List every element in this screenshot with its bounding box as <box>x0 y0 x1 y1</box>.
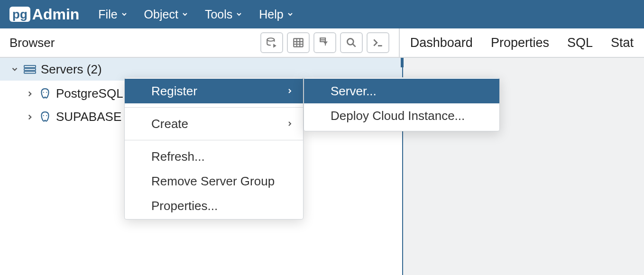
chevron-down-icon <box>181 10 189 18</box>
menu-help[interactable]: Help <box>259 8 294 21</box>
context-menu-register[interactable]: Register <box>125 79 303 103</box>
svg-rect-4 <box>24 65 36 67</box>
context-menu-register-label: Register <box>151 84 197 99</box>
context-menu-create[interactable]: Create <box>125 111 303 136</box>
chevron-right-icon <box>286 120 294 128</box>
postgresql-icon <box>39 88 51 100</box>
tab-dashboard[interactable]: Dashboard <box>410 36 473 50</box>
context-menu-refresh[interactable]: Refresh... <box>125 144 303 169</box>
server-group-icon <box>24 64 36 74</box>
context-menu: Register Create Refresh... Remove Server… <box>124 77 304 220</box>
terminal-icon <box>372 37 384 49</box>
context-menu-remove-label: Remove Server Group <box>151 174 275 189</box>
svg-point-10 <box>46 115 47 116</box>
context-submenu-register: Server... Deploy Cloud Instance... <box>304 77 500 131</box>
tree-node-postgresql-label: PostgreSQL <box>56 86 123 101</box>
context-submenu-server-label: Server... <box>331 84 377 99</box>
menu-file[interactable]: File <box>98 8 128 21</box>
context-menu-properties[interactable]: Properties... <box>125 193 303 218</box>
search-objects-button[interactable] <box>340 32 363 53</box>
panel-divider-handle[interactable] <box>401 58 404 67</box>
chevron-down-icon <box>120 10 128 18</box>
view-data-button[interactable] <box>287 32 310 53</box>
logo-admin: Admin <box>32 6 80 23</box>
chevron-down-icon <box>235 10 243 18</box>
menu-tools-label: Tools <box>205 8 232 21</box>
context-menu-refresh-label: Refresh... <box>151 149 205 164</box>
grid-icon <box>292 37 304 49</box>
svg-point-0 <box>267 38 274 41</box>
postgresql-icon <box>39 111 51 123</box>
tab-statistics[interactable]: Stat <box>611 36 634 50</box>
svg-rect-5 <box>24 68 36 70</box>
filter-icon <box>319 37 331 49</box>
chevron-right-icon <box>286 87 294 95</box>
search-icon <box>345 37 358 49</box>
svg-rect-6 <box>24 71 36 73</box>
context-menu-create-label: Create <box>151 117 188 131</box>
context-menu-separator <box>125 107 303 108</box>
logo-pg: pg <box>9 7 30 22</box>
context-submenu-deploy-label: Deploy Cloud Instance... <box>331 109 465 123</box>
svg-rect-1 <box>294 38 303 46</box>
main-tabs: Dashboard Properties SQL Stat <box>400 36 644 50</box>
database-play-icon <box>266 37 278 49</box>
context-menu-remove-server-group[interactable]: Remove Server Group <box>125 169 303 193</box>
menu-object[interactable]: Object <box>144 8 189 21</box>
browser-toolbar <box>260 32 389 53</box>
sub-header: Browser Dashboard Properties SQL Stat <box>0 28 644 58</box>
top-menu-bar: pg Admin File Object Tools Help <box>0 0 644 28</box>
browser-panel-header: Browser <box>0 28 400 57</box>
context-submenu-deploy-cloud[interactable]: Deploy Cloud Instance... <box>304 103 499 128</box>
chevron-down-icon <box>10 65 19 73</box>
svg-point-8 <box>46 92 47 92</box>
tree-node-servers-label: Servers (2) <box>41 62 102 77</box>
browser-label: Browser <box>9 36 55 50</box>
tab-sql[interactable]: SQL <box>567 36 593 50</box>
chevron-right-icon <box>26 113 34 121</box>
chevron-down-icon <box>286 10 294 18</box>
chevron-right-icon <box>26 90 34 98</box>
tab-properties[interactable]: Properties <box>491 36 549 50</box>
menu-tools[interactable]: Tools <box>205 8 243 21</box>
tree-node-supabase-label: SUPABASE <box>56 110 121 124</box>
menu-file-label: File <box>98 8 117 21</box>
svg-point-3 <box>347 38 353 45</box>
context-submenu-server[interactable]: Server... <box>304 79 499 103</box>
svg-point-9 <box>43 115 44 116</box>
context-menu-separator <box>125 140 303 140</box>
context-menu-properties-label: Properties... <box>151 199 218 213</box>
psql-tool-button[interactable] <box>367 32 389 53</box>
app-logo: pg Admin <box>9 6 79 23</box>
query-tool-button[interactable] <box>260 32 283 53</box>
menu-bar: File Object Tools Help <box>98 8 294 21</box>
svg-point-7 <box>43 92 44 92</box>
menu-help-label: Help <box>259 8 283 21</box>
filter-rows-button[interactable] <box>313 32 336 53</box>
menu-object-label: Object <box>144 8 178 21</box>
